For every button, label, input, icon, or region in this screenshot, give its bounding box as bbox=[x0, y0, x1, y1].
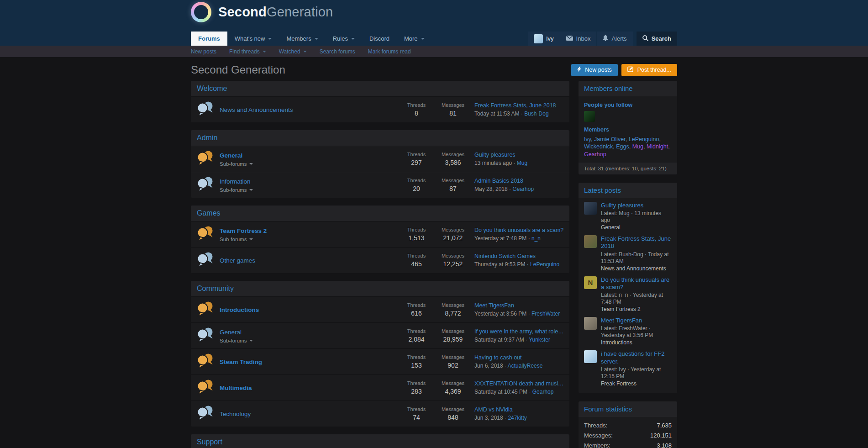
latest-post-title-link[interactable]: i have questions for FF2 server. bbox=[601, 350, 672, 365]
last-post-thread-link[interactable]: Guilty pleasures bbox=[474, 152, 564, 158]
last-post-user-link[interactable]: ActuallyReese bbox=[508, 363, 543, 369]
latest-post-title-link[interactable]: Freak Fortress Stats, June 2018 bbox=[601, 235, 672, 250]
forum-link[interactable]: General bbox=[220, 329, 242, 336]
subnav-link-mark-forums-read[interactable]: Mark forums read bbox=[368, 48, 411, 55]
last-post-thread-link[interactable]: Admin Basics 2018 bbox=[474, 178, 564, 184]
forum-link[interactable]: Team Fortress 2 bbox=[220, 227, 267, 234]
latest-post-avatar[interactable] bbox=[584, 317, 597, 330]
last-post-user-link[interactable]: Bush-Dog bbox=[524, 111, 548, 117]
subnav-link-watched[interactable]: Watched bbox=[279, 48, 307, 55]
latest-post-avatar[interactable]: N bbox=[584, 276, 597, 289]
forum-statistics-title[interactable]: Forum statistics bbox=[584, 405, 632, 413]
threads-count: 8 bbox=[401, 110, 431, 117]
latest-post-meta: Latest: Mug · 13 minutes ago bbox=[601, 210, 672, 224]
subnav-link-search-forums[interactable]: Search forums bbox=[320, 48, 355, 55]
subnav-link-new-posts[interactable]: New posts bbox=[191, 48, 216, 55]
online-member-link[interactable]: Ivy bbox=[584, 136, 591, 142]
last-post-thread-link[interactable]: If you were in the army, what role/... bbox=[474, 328, 564, 335]
threads-label: Threads bbox=[401, 328, 431, 334]
last-post-user-link[interactable]: FreshWater bbox=[531, 311, 560, 317]
last-post-user-link[interactable]: Yunkster bbox=[529, 337, 550, 343]
subnav-link-find-threads[interactable]: Find threads bbox=[229, 48, 266, 55]
last-post: Do you think unusuals are a scam?Yesterd… bbox=[474, 227, 564, 242]
online-member-link[interactable]: Jamie Oliver bbox=[594, 136, 626, 142]
threads-count: 20 bbox=[401, 185, 431, 192]
post-thread-button[interactable]: Post thread... bbox=[621, 64, 677, 76]
last-post-date: 13 minutes ago bbox=[474, 160, 512, 166]
subforums-toggle[interactable]: Sub-forums bbox=[220, 161, 401, 167]
category-title-link[interactable]: Welcome bbox=[197, 84, 227, 92]
latest-post-avatar[interactable] bbox=[584, 202, 597, 215]
online-member-link[interactable]: Mug bbox=[632, 143, 643, 150]
forum-link[interactable]: Steam Trading bbox=[220, 358, 262, 365]
new-posts-button[interactable]: New posts bbox=[571, 64, 617, 76]
last-post-user-link[interactable]: Gearhop bbox=[512, 186, 534, 192]
last-post-user-link[interactable]: n_n bbox=[531, 235, 541, 242]
latest-post-title-link[interactable]: Meet TigersFan bbox=[601, 317, 672, 324]
nav-tab-what-s-new[interactable]: What's new bbox=[227, 32, 279, 46]
category-title-link[interactable]: Community bbox=[197, 285, 234, 292]
category-title-link[interactable]: Support bbox=[197, 438, 222, 446]
last-post-user-link[interactable]: Mug bbox=[517, 160, 527, 166]
last-post-thread-link[interactable]: Having to cash out bbox=[474, 354, 564, 361]
category-title-link[interactable]: Games bbox=[197, 209, 221, 217]
forum-link[interactable]: Technology bbox=[220, 411, 251, 417]
forum-link[interactable]: Other games bbox=[220, 257, 255, 264]
subforums-toggle[interactable]: Sub-forums bbox=[220, 187, 401, 193]
last-post-user-link[interactable]: LePenguino bbox=[530, 261, 559, 268]
last-post-user-link[interactable]: 247kitty bbox=[508, 415, 526, 421]
latest-post-title-link[interactable]: Do you think unusuals are a scam? bbox=[601, 276, 672, 291]
forum-link[interactable]: News and Announcements bbox=[220, 106, 293, 113]
threads-label: Threads bbox=[401, 406, 431, 412]
latest-post-meta: Latest: Bush-Dog · Today at 11:53 AM bbox=[601, 251, 672, 265]
online-member-link[interactable]: LePenguino bbox=[629, 136, 659, 142]
account-menu[interactable]: Ivy bbox=[528, 32, 560, 46]
subforums-toggle[interactable]: Sub-forums bbox=[220, 237, 401, 242]
threads-label: Threads bbox=[401, 302, 431, 308]
messages-stat: Messages848 bbox=[438, 406, 468, 421]
inbox-button[interactable]: Inbox bbox=[560, 32, 597, 46]
online-member-link[interactable]: Wickednick bbox=[584, 143, 613, 150]
search-button[interactable]: Search bbox=[637, 32, 677, 46]
last-post-user-link[interactable]: Gearhop bbox=[532, 389, 554, 395]
forum-link[interactable]: General bbox=[220, 152, 242, 159]
subforums-toggle[interactable]: Sub-forums bbox=[220, 338, 401, 343]
online-member-link[interactable]: Gearhop bbox=[584, 151, 606, 158]
last-post-meta: May 28, 2018 · Gearhop bbox=[474, 186, 564, 192]
nav-tab-forums[interactable]: Forums bbox=[191, 32, 227, 46]
category-title-link[interactable]: Admin bbox=[197, 134, 217, 142]
latest-post-avatar[interactable] bbox=[584, 350, 597, 363]
subnav-link-label: Search forums bbox=[320, 48, 355, 55]
online-member-link[interactable]: Midnight bbox=[647, 143, 668, 150]
forum-main: GeneralSub-forums bbox=[220, 328, 401, 343]
latest-post-title-link[interactable]: Guilty pleasures bbox=[601, 202, 672, 209]
last-post-thread-link[interactable]: Do you think unusuals are a scam? bbox=[474, 227, 564, 233]
last-post-thread-link[interactable]: AMD vs NVidia bbox=[474, 406, 564, 413]
latest-posts-title[interactable]: Latest posts bbox=[584, 186, 621, 194]
online-member-link[interactable]: Eggs bbox=[616, 143, 629, 150]
last-post-thread-link[interactable]: XXXTENTATION death and music v... bbox=[474, 380, 564, 387]
nav-tab-rules[interactable]: Rules bbox=[326, 32, 362, 46]
last-post-date: Yesterday at 3:56 PM bbox=[474, 311, 526, 317]
primary-nav-tabs: ForumsWhat's newMembersRulesDiscordMore bbox=[191, 32, 432, 46]
last-post-thread-link[interactable]: Meet TigersFan bbox=[474, 302, 564, 309]
threads-count: 1,513 bbox=[401, 234, 431, 242]
forum-link[interactable]: Multimedia bbox=[220, 385, 252, 391]
last-post-thread-link[interactable]: Nintendo Switch Games bbox=[474, 253, 564, 259]
site-logo[interactable]: SecondGeneration bbox=[191, 2, 333, 22]
nav-tab-discord[interactable]: Discord bbox=[362, 32, 397, 46]
nav-tab-more[interactable]: More bbox=[397, 32, 432, 46]
post-thread-button-label: Post thread... bbox=[637, 67, 671, 73]
last-post-thread-link[interactable]: Freak Fortress Stats, June 2018 bbox=[474, 102, 564, 109]
forum-link[interactable]: Introductions bbox=[220, 306, 259, 313]
member-separator: , bbox=[591, 136, 594, 142]
followed-member-avatar[interactable] bbox=[584, 111, 595, 122]
stats-label: Messages: bbox=[584, 431, 613, 441]
alerts-button[interactable]: Alerts bbox=[597, 32, 632, 46]
forum-read-icon bbox=[196, 405, 214, 423]
forum-link[interactable]: Information bbox=[220, 178, 251, 185]
threads-stat: Threads1,513 bbox=[401, 227, 431, 242]
nav-tab-members[interactable]: Members bbox=[279, 32, 325, 46]
latest-post-avatar[interactable] bbox=[584, 235, 597, 248]
members-online-title[interactable]: Members online bbox=[584, 84, 633, 92]
